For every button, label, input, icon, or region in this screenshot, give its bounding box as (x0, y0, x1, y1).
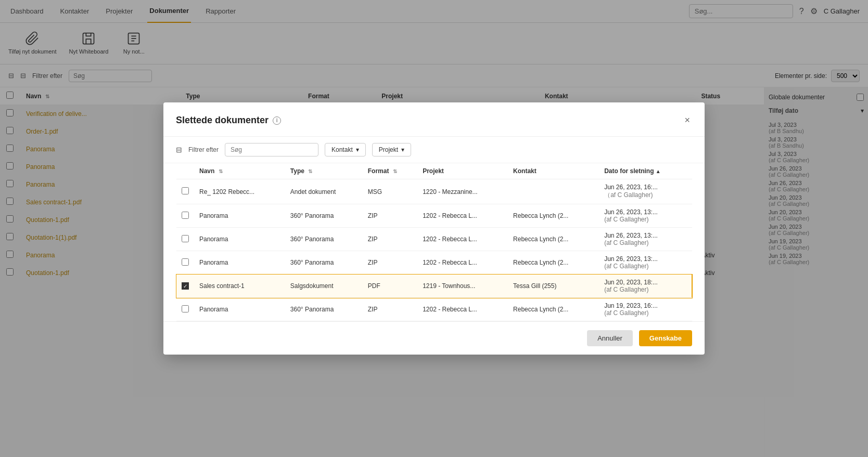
col-checkbox-header (176, 163, 195, 179)
modal-col-format: Format ⇅ (363, 163, 417, 179)
modal-table-row: Panorama 360° Panorama ZIP 1202 - Rebecc… (176, 204, 692, 228)
modal-col-project: Projekt (417, 163, 508, 179)
modal-filter-bar: ⊟ Filtrer efter Kontakt ▾ Projekt ▾ (163, 137, 705, 163)
modal-cell-name: Sales contract-1 (194, 275, 285, 298)
modal-cell-type: Salgsdokument (285, 275, 363, 298)
sort-icon[interactable]: ⇅ (393, 168, 397, 174)
modal-row-checkbox[interactable] (182, 235, 189, 242)
modal-cell-type: 360° Panorama (285, 204, 363, 228)
modal-row-checkbox[interactable] (182, 212, 189, 219)
modal-title: Slettede dokumenter i (176, 115, 281, 126)
modal-restore-button[interactable]: Genskabe (639, 330, 692, 346)
modal-cell-name: Panorama (194, 228, 285, 251)
modal-cell-project: 1219 - Townhous... (417, 275, 508, 298)
modal-cell-deleted: Jun 26, 2023, 16:...（af C Gallagher) (599, 179, 692, 204)
modal-filter-label: Filtrer efter (188, 146, 219, 153)
sort-asc-icon: ▲ (656, 168, 661, 174)
modal-cell-name: Panorama (194, 251, 285, 275)
sort-icon[interactable]: ⇅ (308, 168, 312, 174)
modal-cell-contact: Rebecca Lynch (2... (508, 228, 599, 251)
modal-cell-deleted: Jun 20, 2023, 18:...(af C Gallagher) (599, 275, 692, 298)
modal-row-checkbox[interactable] (182, 258, 189, 266)
modal-cell-deleted: Jun 19, 2023, 16:...(af C Gallagher) (599, 298, 692, 321)
modal-close-button[interactable]: × (682, 113, 692, 128)
modal-cell-project: 1220 - Mezzanine... (417, 179, 508, 204)
modal-row-checkbox[interactable] (182, 187, 189, 194)
deleted-documents-modal: Slettede dokumenter i × ⊟ Filtrer efter … (163, 102, 705, 355)
modal-cell-project: 1202 - Rebecca L... (417, 251, 508, 275)
modal-table-row: Panorama 360° Panorama ZIP 1202 - Rebecc… (176, 251, 692, 275)
modal-cell-type: 360° Panorama (285, 298, 363, 321)
modal-cell-format: ZIP (363, 251, 417, 275)
modal-table-row: Panorama 360° Panorama ZIP 1202 - Rebecc… (176, 228, 692, 251)
info-icon[interactable]: i (273, 116, 281, 125)
sort-icon[interactable]: ⇅ (219, 168, 223, 174)
chevron-down-icon: ▾ (401, 146, 404, 153)
chevron-down-icon: ▾ (356, 146, 359, 153)
modal-header: Slettede dokumenter i × (163, 102, 705, 137)
modal-cell-project: 1202 - Rebecca L... (417, 298, 508, 321)
modal-projekt-label: Projekt (379, 146, 398, 153)
modal-deleted-table: Navn ⇅ Type ⇅ Format ⇅ Projekt Kontakt D… (176, 163, 692, 321)
modal-col-name: Navn ⇅ (194, 163, 285, 179)
modal-col-contact: Kontakt (508, 163, 599, 179)
modal-projekt-dropdown[interactable]: Projekt ▾ (372, 143, 411, 156)
modal-kontakt-dropdown[interactable]: Kontakt ▾ (325, 143, 366, 156)
modal-cancel-button[interactable]: Annuller (587, 330, 633, 346)
modal-table-row: Re_ 1202 Rebecc... Andet dokument MSG 12… (176, 179, 692, 204)
modal-cell-contact: Rebecca Lynch (2... (508, 204, 599, 228)
modal-cell-type: Andet dokument (285, 179, 363, 204)
modal-cell-contact: Tessa Gill (255) (508, 275, 599, 298)
modal-kontakt-label: Kontakt (331, 146, 353, 153)
modal-cell-type: 360° Panorama (285, 251, 363, 275)
modal-cell-project: 1202 - Rebecca L... (417, 228, 508, 251)
modal-cell-format: ZIP (363, 204, 417, 228)
modal-cell-deleted: Jun 26, 2023, 13:...(af C Gallagher) (599, 251, 692, 275)
modal-cell-name: Panorama (194, 298, 285, 321)
modal-overlay[interactable]: Slettede dokumenter i × ⊟ Filtrer efter … (0, 0, 868, 457)
modal-cell-project: 1202 - Rebecca L... (417, 204, 508, 228)
modal-filter-icon[interactable]: ⊟ (176, 146, 182, 154)
modal-table-row-selected: Sales contract-1 Salgsdokument PDF 1219 … (176, 275, 692, 298)
modal-table-row: Panorama 360° Panorama ZIP 1202 - Rebecc… (176, 298, 692, 321)
modal-cell-name: Re_ 1202 Rebecc... (194, 179, 285, 204)
modal-cell-type: 360° Panorama (285, 228, 363, 251)
modal-col-type: Type ⇅ (285, 163, 363, 179)
modal-title-text: Slettede dokumenter (176, 115, 269, 126)
modal-cell-contact (508, 179, 599, 204)
modal-cell-name: Panorama (194, 204, 285, 228)
modal-table-wrapper: Navn ⇅ Type ⇅ Format ⇅ Projekt Kontakt D… (163, 163, 705, 321)
modal-footer: Annuller Genskabe (163, 321, 705, 355)
modal-cell-contact: Rebecca Lynch (2... (508, 251, 599, 275)
modal-cell-format: ZIP (363, 228, 417, 251)
modal-cell-format: PDF (363, 275, 417, 298)
modal-row-checkbox-checked[interactable] (182, 282, 189, 290)
modal-col-deleted: Dato for sletning ▲ (599, 163, 692, 179)
modal-row-checkbox[interactable] (182, 305, 189, 312)
modal-cell-deleted: Jun 26, 2023, 13:...(af C Gallagher) (599, 204, 692, 228)
modal-cell-format: ZIP (363, 298, 417, 321)
modal-cell-contact: Rebecca Lynch (2... (508, 298, 599, 321)
modal-cell-format: MSG (363, 179, 417, 204)
modal-search-input[interactable] (225, 143, 318, 156)
modal-cell-deleted: Jun 26, 2023, 13:...(af C Gallagher) (599, 228, 692, 251)
